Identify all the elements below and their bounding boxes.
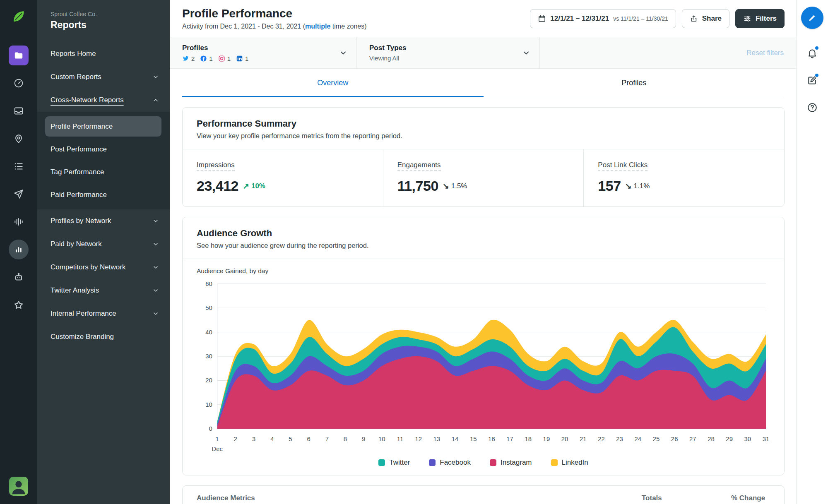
legend-item-twitter[interactable]: Twitter bbox=[378, 458, 410, 467]
svg-text:11: 11 bbox=[397, 435, 403, 442]
instagram-icon bbox=[218, 55, 225, 62]
network-count-facebook: 1 bbox=[200, 55, 212, 62]
svg-text:20: 20 bbox=[205, 377, 212, 384]
nav-dashboard-button[interactable] bbox=[9, 73, 29, 93]
sidebar-item-cross-network-reports[interactable]: Cross-Network Reports bbox=[37, 89, 170, 112]
tab-overview[interactable]: Overview bbox=[182, 69, 484, 97]
legend-item-facebook[interactable]: Facebook bbox=[429, 458, 471, 467]
audience-growth-chart-area: Audience Gained, by day 0102030405060123… bbox=[183, 259, 784, 475]
nav-inbox-button[interactable] bbox=[9, 101, 29, 121]
chevron-down-icon bbox=[522, 49, 530, 57]
nav-listening-button[interactable] bbox=[9, 212, 29, 232]
svg-text:12: 12 bbox=[415, 435, 422, 442]
metric-label[interactable]: Engagements bbox=[397, 161, 441, 171]
sidebar-item-profile-performance[interactable]: Profile Performance bbox=[45, 116, 161, 137]
sidebar-item-label: Paid by Network bbox=[51, 240, 102, 248]
sidebar-item-post-performance[interactable]: Post Performance bbox=[37, 138, 170, 161]
folder-icon bbox=[13, 50, 24, 61]
audience-growth-chart: 0102030405060123456789101112131415161718… bbox=[197, 278, 770, 455]
chevron-down-icon bbox=[152, 74, 159, 80]
audience-metrics-card: Audience Metrics Totals % Change bbox=[182, 485, 785, 504]
sidebar-item-reports-home[interactable]: Reports Home bbox=[37, 42, 170, 65]
date-range-button[interactable]: 12/1/21 – 12/31/21 vs 11/1/21 – 11/30/21 bbox=[530, 9, 676, 28]
svg-text:3: 3 bbox=[252, 435, 255, 442]
legend-label: LinkedIn bbox=[562, 458, 588, 467]
sidebar-item-custom-reports[interactable]: Custom Reports bbox=[37, 65, 170, 89]
inbox-icon bbox=[13, 106, 24, 116]
svg-text:Dec: Dec bbox=[212, 445, 223, 452]
audience-growth-subtitle: See how your audience grew during the re… bbox=[197, 242, 770, 250]
sidebar-item-twitter-analysis[interactable]: Twitter Analysis bbox=[37, 279, 170, 302]
metric-post-link-clicks: Post Link Clicks 157 ↘ 1.1% bbox=[583, 149, 784, 206]
trend-up-icon: ↗ bbox=[243, 181, 249, 191]
nav-publishing-button[interactable] bbox=[9, 184, 29, 204]
report-content: Performance Summary View your key profil… bbox=[170, 97, 796, 504]
sidebar-item-internal-performance[interactable]: Internal Performance bbox=[37, 302, 170, 325]
network-count-twitter: 2 bbox=[182, 55, 195, 62]
page-subtitle: Activity from Dec 1, 2021 - Dec 31, 2021… bbox=[182, 23, 367, 30]
legend-swatch-instagram bbox=[490, 459, 496, 466]
legend-item-linkedin[interactable]: LinkedIn bbox=[551, 458, 588, 467]
sidebar-item-label: Internal Performance bbox=[51, 310, 116, 318]
filters-button-label: Filters bbox=[756, 14, 777, 23]
sidebar-item-label: Profiles by Network bbox=[51, 217, 111, 225]
sidebar-item-paid-performance[interactable]: Paid Performance bbox=[37, 183, 170, 206]
filter-bar: Profiles 2 1 bbox=[170, 37, 796, 69]
sidebar-item-tag-performance[interactable]: Tag Performance bbox=[37, 161, 170, 183]
legend-item-instagram[interactable]: Instagram bbox=[490, 458, 532, 467]
subtitle-prefix: Activity from Dec 1, 2021 - Dec 31, 2021… bbox=[182, 23, 305, 30]
post-types-filter-label: Post Types bbox=[369, 44, 406, 52]
facebook-icon bbox=[200, 55, 207, 62]
svg-text:4: 4 bbox=[270, 435, 274, 442]
svg-text:50: 50 bbox=[205, 304, 212, 311]
pin-icon bbox=[13, 133, 24, 144]
filters-button[interactable]: Filters bbox=[735, 9, 785, 28]
profiles-filter-dropdown[interactable]: Profiles 2 1 bbox=[170, 37, 357, 68]
reset-filters-button[interactable]: Reset filters bbox=[746, 49, 784, 57]
metric-change: ↗ 10% bbox=[243, 181, 265, 191]
network-count-linkedin: 1 bbox=[236, 55, 248, 62]
sidebar-item-profiles-by-network[interactable]: Profiles by Network bbox=[37, 209, 170, 233]
sidebar-item-paid-by-network[interactable]: Paid by Network bbox=[37, 233, 170, 256]
whats-new-button[interactable] bbox=[804, 72, 821, 89]
chevron-down-icon bbox=[152, 287, 159, 294]
svg-text:6: 6 bbox=[307, 435, 310, 442]
metric-change: ↘ 1.5% bbox=[443, 181, 467, 191]
sidebar-item-customize-branding[interactable]: Customize Branding bbox=[37, 325, 170, 348]
profiles-network-counts: 2 1 1 bbox=[182, 55, 248, 62]
svg-text:1: 1 bbox=[216, 435, 219, 442]
nav-favorites-button[interactable] bbox=[9, 295, 29, 315]
tab-label: Overview bbox=[317, 79, 348, 87]
sprout-logo bbox=[10, 7, 28, 26]
chart-legend: Twitter Facebook Instagram LinkedIn bbox=[197, 458, 770, 467]
nav-reports-analytics-button[interactable] bbox=[9, 240, 29, 259]
svg-text:24: 24 bbox=[635, 435, 642, 442]
share-button[interactable]: Share bbox=[682, 9, 729, 28]
performance-summary-subtitle: View your key profile performance metric… bbox=[197, 132, 770, 140]
sprout-leaf-icon bbox=[12, 10, 26, 24]
tab-profiles[interactable]: Profiles bbox=[484, 69, 785, 97]
notifications-button[interactable] bbox=[804, 45, 821, 61]
svg-text:30: 30 bbox=[744, 435, 751, 442]
nav-reports-button[interactable] bbox=[9, 46, 29, 65]
svg-text:60: 60 bbox=[205, 280, 212, 287]
nav-pinned-button[interactable] bbox=[9, 129, 29, 149]
nav-tasks-button[interactable] bbox=[9, 156, 29, 176]
svg-text:10: 10 bbox=[205, 401, 212, 408]
compose-button[interactable] bbox=[801, 7, 823, 29]
nav-automation-button[interactable] bbox=[9, 267, 29, 287]
help-button[interactable] bbox=[804, 99, 821, 116]
svg-text:0: 0 bbox=[209, 425, 212, 432]
audience-metrics-title: Audience Metrics bbox=[197, 494, 642, 502]
report-tabs: Overview Profiles bbox=[182, 69, 785, 97]
multiple-timezones-link[interactable]: multiple bbox=[305, 23, 330, 30]
post-types-filter-dropdown[interactable]: Post Types Viewing All bbox=[357, 37, 540, 68]
user-avatar[interactable] bbox=[9, 477, 28, 496]
metric-label[interactable]: Post Link Clicks bbox=[598, 161, 647, 171]
metric-label[interactable]: Impressions bbox=[197, 161, 235, 171]
summary-metrics-row: Impressions 23,412 ↗ 10% Engagements 11,… bbox=[183, 149, 784, 206]
notification-dot bbox=[814, 73, 819, 78]
svg-text:14: 14 bbox=[452, 435, 459, 442]
legend-label: Instagram bbox=[501, 458, 532, 467]
sidebar-item-competitors-by-network[interactable]: Competitors by Network bbox=[37, 256, 170, 279]
